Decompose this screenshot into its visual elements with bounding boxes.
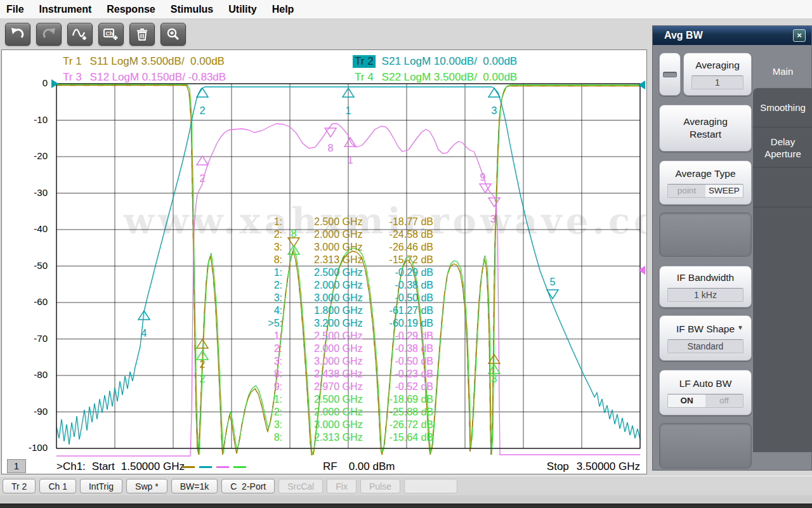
trace-format: S12 LogM 0.150dB/ -0.83dB <box>90 71 226 84</box>
y-axis-label: -60 <box>2 296 48 307</box>
marker-value: -0.50 dB <box>385 292 433 304</box>
close-icon[interactable]: × <box>793 29 806 42</box>
marker-value: -26.72 dB <box>385 419 433 431</box>
menu-instrument[interactable]: Instrument <box>39 4 92 15</box>
averaging-button[interactable]: Averaging 1 <box>683 53 752 96</box>
stop-label: Stop <box>547 459 569 474</box>
if-bw-shape-value[interactable]: Standard <box>667 339 743 353</box>
marker-number: 3: <box>261 419 282 431</box>
legend-tr3[interactable]: Tr 3S12 LogM 0.150dB/ -0.83dB <box>61 71 226 84</box>
marker-row: 2:2.000 GHz-0.38 dB <box>261 342 433 355</box>
panel-title: Avg BW <box>653 26 811 45</box>
averaging-restart-button[interactable]: Averaging Restart <box>659 105 752 152</box>
menu-file[interactable]: File <box>6 4 24 15</box>
average-type-option-sweep[interactable]: SWEEP <box>705 185 743 197</box>
marker-value: -24.58 dB <box>385 228 433 241</box>
menu-utility[interactable]: Utility <box>228 4 256 15</box>
add-channel-button[interactable]: Ch <box>98 23 124 46</box>
channel-number-button[interactable]: 1 <box>7 459 26 473</box>
delete-button[interactable] <box>129 23 155 46</box>
marker-row: 3:3.000 GHz-0.50 dB <box>261 292 433 304</box>
undo-button[interactable] <box>5 23 30 46</box>
trace-id[interactable]: Tr 2 <box>353 55 376 68</box>
statusbar-empty[interactable] <box>404 479 457 493</box>
tab-delay-aperture[interactable]: Delay Aperture <box>753 128 812 167</box>
graph-window: www.xahxmicrowave.com 1:2.500 GHz-18.77 … <box>1 49 647 474</box>
statusbar-c-2-port[interactable]: C 2-Port <box>221 479 275 493</box>
marker-row: 2:2.000 GHz-0.38 dB <box>261 279 433 292</box>
lf-auto-bw-button[interactable]: LF Auto BW ON off <box>659 370 752 415</box>
menu-response[interactable]: Response <box>107 4 155 15</box>
marker-frequency: 2.313 GHz <box>314 431 385 444</box>
if-bw-shape-button[interactable]: IF BW Shape ▼ Standard <box>659 315 752 361</box>
if-bandwidth-value[interactable]: 1 kHz <box>667 288 743 302</box>
statusbar-ch-1[interactable]: Ch 1 <box>39 479 76 493</box>
zoom-in-icon <box>166 27 181 41</box>
tab-empty <box>753 168 812 207</box>
trace-color-dash <box>233 466 246 468</box>
averaging-restart-label: Averaging Restart <box>677 115 734 141</box>
trace-id[interactable]: Tr 3 <box>61 71 84 84</box>
averaging-toggle-button[interactable] <box>659 53 681 96</box>
average-type-toggle[interactable]: point SWEEP <box>667 184 743 198</box>
lf-auto-bw-option-on[interactable]: ON <box>668 394 705 407</box>
y-axis-label: -40 <box>2 223 48 234</box>
rf-value[interactable]: 0.00 dBm <box>349 459 395 474</box>
trace-format: S21 LogM 10.00dB/ 0.00dB <box>382 55 518 68</box>
marker-row: 1:2.500 GHz-18.69 dB <box>261 393 433 406</box>
marker-row: 1:2.500 GHz-0.29 dB <box>261 266 433 279</box>
legend-tr4[interactable]: Tr 4S22 LogM 3.500dB/ 0.00dB <box>353 71 517 84</box>
marker-number: 2: <box>261 279 282 292</box>
trace-id[interactable]: Tr 1 <box>61 55 84 68</box>
legend-tr1[interactable]: Tr 1S11 LogM 3.500dB/ 0.00dB <box>61 55 225 68</box>
if-bandwidth-button[interactable]: IF Bandwidth 1 kHz <box>659 266 752 308</box>
channel-stop-readout: Stop 3.50000 GHz <box>522 459 640 474</box>
trash-icon <box>134 27 150 41</box>
marker-value: -15.64 dB <box>385 431 433 444</box>
lf-auto-bw-toggle[interactable]: ON off <box>667 394 743 408</box>
bottom-strip <box>0 495 812 504</box>
statusbar-swp-[interactable]: Swp * <box>126 479 167 493</box>
channel-prefix: >Ch1: <box>56 459 86 474</box>
statusbar-inttrig[interactable]: IntTrig <box>80 479 122 493</box>
statusbar-fix[interactable]: Fix <box>327 479 357 493</box>
marker-row: 3:3.000 GHz-0.50 dB <box>261 355 433 368</box>
redo-button[interactable] <box>36 23 62 46</box>
average-type-option-point[interactable]: point <box>668 185 705 197</box>
tab-main[interactable]: Main <box>753 54 812 88</box>
marker-frequency: 3.000 GHz <box>314 355 385 368</box>
y-axis-label: -100 <box>2 442 48 453</box>
lf-auto-bw-option-off[interactable]: off <box>705 394 743 407</box>
statusbar-pulse[interactable]: Pulse <box>360 479 400 493</box>
legend-tr2[interactable]: Tr 2S21 LogM 10.00dB/ 0.00dB <box>353 55 517 68</box>
add-trace-icon <box>72 27 88 42</box>
trace-color-dash <box>216 466 229 468</box>
stop-value[interactable]: 3.50000 GHz <box>577 459 640 474</box>
marker-row: 8:2.313 GHz-15.72 dB <box>261 254 433 266</box>
start-label: Start <box>92 459 115 474</box>
start-value[interactable]: 1.50000 GHz <box>121 459 185 474</box>
menu-help[interactable]: Help <box>272 4 294 15</box>
marker-frequency: 2.000 GHz <box>314 228 385 241</box>
zoom-in-button[interactable] <box>160 23 186 46</box>
statusbar-srccal[interactable]: SrcCal <box>278 479 323 493</box>
y-axis-label: -90 <box>2 406 48 417</box>
statusbar-tr-2[interactable]: Tr 2 <box>3 479 36 493</box>
y-axis-label: -30 <box>2 187 48 198</box>
y-axis-label: -70 <box>2 333 48 344</box>
trace-format: S11 LogM 3.500dB/ 0.00dB <box>90 55 225 68</box>
marker-number: 1: <box>261 393 282 406</box>
marker-row: 3:3.000 GHz-26.72 dB <box>261 419 433 431</box>
averaging-value[interactable]: 1 <box>691 75 743 89</box>
average-type-button[interactable]: Average Type point SWEEP <box>659 160 752 205</box>
marker-value: -61.27 dB <box>385 304 433 317</box>
menu-stimulus[interactable]: Stimulus <box>171 4 214 15</box>
statusbar-bw-1k[interactable]: BW=1k <box>171 479 218 493</box>
tab-smoothing[interactable]: Smoothing <box>753 88 812 127</box>
marker-value: -0.29 dB <box>385 266 433 279</box>
add-trace-button[interactable] <box>67 23 93 46</box>
if-bw-shape-label: IF BW Shape <box>676 323 735 335</box>
trace-id[interactable]: Tr 4 <box>353 71 376 84</box>
marker-frequency: 3.000 GHz <box>314 419 385 431</box>
marker-number: 3: <box>261 355 282 368</box>
